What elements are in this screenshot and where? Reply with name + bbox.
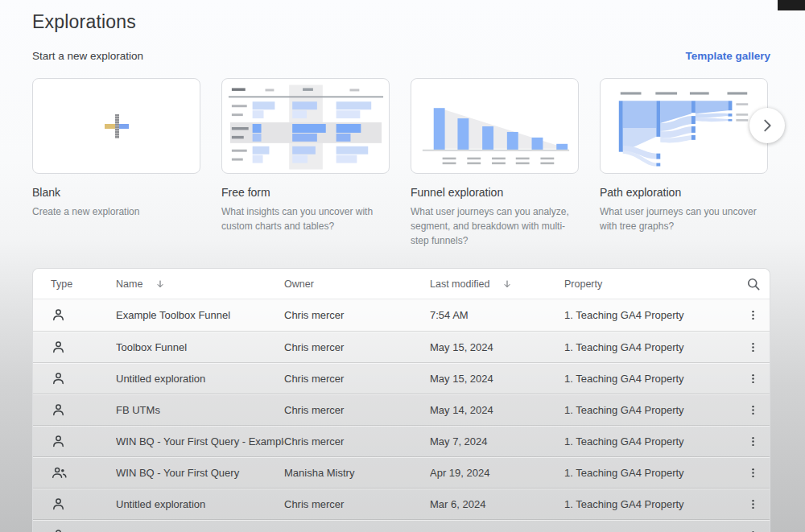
table-header: Type Name Owner Last modified Property [33,269,770,299]
card-free-form[interactable]: Free form What insights can you uncover … [221,78,390,248]
kebab-menu-icon [747,467,759,479]
plus-icon [105,114,129,138]
owner: Chris mercer [284,404,430,416]
explorations-table: Type Name Owner Last modified Property [32,268,770,532]
template-cards-row: Blank Create a new exploration [32,78,770,248]
card-funnel-exploration[interactable]: Funnel exploration What user journeys ca… [411,78,579,248]
free-form-thumbnail [221,78,390,174]
chevron-right-icon [758,117,776,134]
table-row[interactable]: Untitled exploration Chris mercer Mar 6,… [33,488,770,519]
column-owner: Owner [284,278,430,290]
table-row[interactable]: Example Toolbox Funnel Chris mercer 7:54… [33,299,770,331]
column-last-modified-label: Last modified [430,278,489,290]
owner: Chris mercer [284,373,430,385]
property: 1. Teaching GA4 Property [564,404,741,416]
column-type: Type [33,278,116,290]
row-menu-button[interactable] [747,309,759,321]
card-title: Free form [221,186,390,199]
person-icon [51,528,66,532]
last-modified: May 14, 2024 [430,404,564,416]
blank-thumbnail [32,78,200,174]
owner: Manisha Mistry [284,467,430,479]
row-menu-button[interactable] [747,467,759,479]
table-row[interactable]: FB UTMs Chris mercer May 14, 2024 1. Tea… [33,394,770,425]
kebab-menu-icon [747,341,759,353]
owner: Chris mercer [284,341,430,353]
exploration-name: FB UTMs [116,404,284,416]
exploration-name: Untitled exploration [116,373,284,385]
table-row[interactable]: Toolbox Funnel Chris mercer May 15, 2024… [33,331,770,362]
kebab-menu-icon [747,309,759,321]
table-row[interactable]: Untitled exploration Chris mercer May 15… [33,362,770,394]
last-modified: Mar 6, 2024 [430,498,564,510]
row-menu-button[interactable] [747,435,759,447]
column-last-modified-sort[interactable]: Last modified [430,278,512,290]
last-modified: May 15, 2024 [430,373,564,385]
card-description: Create a new exploration [32,204,200,219]
table-row[interactable]: WIN BQ - Your First Query - Example Chri… [33,425,770,456]
last-modified: May 7, 2024 [430,435,564,447]
property: 1. Teaching GA4 Property [564,435,741,447]
exploration-name: Toolbox Funnel [116,341,284,353]
next-templates-button[interactable] [749,108,785,143]
arrow-down-icon [502,279,512,289]
table-row[interactable]: WIN BQ - Your First Query Manisha Mistry… [33,456,770,488]
path-thumbnail [600,78,768,174]
card-description: What insights can you uncover with custo… [221,204,390,233]
column-name-sort[interactable]: Name [116,278,165,290]
owner: Chris mercer [284,309,430,321]
section-label: Start a new exploration [32,50,143,62]
property: 1. Teaching GA4 Property [564,498,741,510]
property: 1. Teaching GA4 Property [564,309,741,321]
card-path-exploration[interactable]: Path exploration What user journeys can … [600,78,768,248]
column-property: Property [564,278,741,290]
search-icon [745,276,762,292]
row-menu-button[interactable] [747,498,759,510]
template-gallery-link[interactable]: Template gallery [685,50,770,62]
card-title: Path exploration [600,186,768,199]
last-modified: Feb 7, 2024 [430,530,564,532]
property: 1. Teaching GA4 Property [564,373,741,385]
screen-recording-overlay [778,0,805,10]
row-menu-button[interactable] [747,404,759,416]
person-icon [51,434,66,449]
table-row[interactable]: Untitled exploration Chris mercer Feb 7,… [33,519,770,532]
person-icon [51,402,66,418]
funnel-thumbnail [411,78,579,174]
kebab-menu-icon [747,435,759,447]
card-title: Funnel exploration [411,186,579,199]
column-name-label: Name [116,278,142,290]
search-button[interactable] [745,276,762,292]
owner: Chris mercer [284,530,430,532]
person-icon [51,307,66,323]
row-menu-button[interactable] [747,341,759,353]
row-menu-button[interactable] [747,530,759,532]
kebab-menu-icon [747,373,759,385]
card-description: What user journeys can you analyze, segm… [411,204,579,248]
property: 1. Teaching GA4 Property [564,341,741,353]
kebab-menu-icon [747,404,759,416]
row-menu-button[interactable] [747,373,759,385]
kebab-menu-icon [747,530,759,532]
owner: Chris mercer [284,498,430,510]
person-icon [51,371,66,386]
exploration-name: Untitled exploration [116,530,284,532]
card-description: What user journeys can you uncover with … [600,204,768,233]
exploration-name: WIN BQ - Your First Query [116,467,284,479]
person-icon [51,340,66,355]
last-modified: 7:54 AM [430,309,564,321]
property: 1. Teaching GA4 Property [564,530,741,532]
owner: Chris mercer [284,435,430,447]
exploration-name: Untitled exploration [116,498,284,510]
kebab-menu-icon [747,498,759,510]
card-blank[interactable]: Blank Create a new exploration [32,78,200,248]
last-modified: Apr 19, 2024 [430,467,564,479]
property: 1. Teaching GA4 Property [564,467,741,479]
last-modified: May 15, 2024 [430,341,564,353]
arrow-down-icon [155,279,165,289]
exploration-name: WIN BQ - Your First Query - Example [116,435,284,447]
card-title: Blank [32,186,200,199]
person-icon [51,497,66,512]
exploration-name: Example Toolbox Funnel [116,309,284,321]
page-title: Explorations [32,11,770,33]
